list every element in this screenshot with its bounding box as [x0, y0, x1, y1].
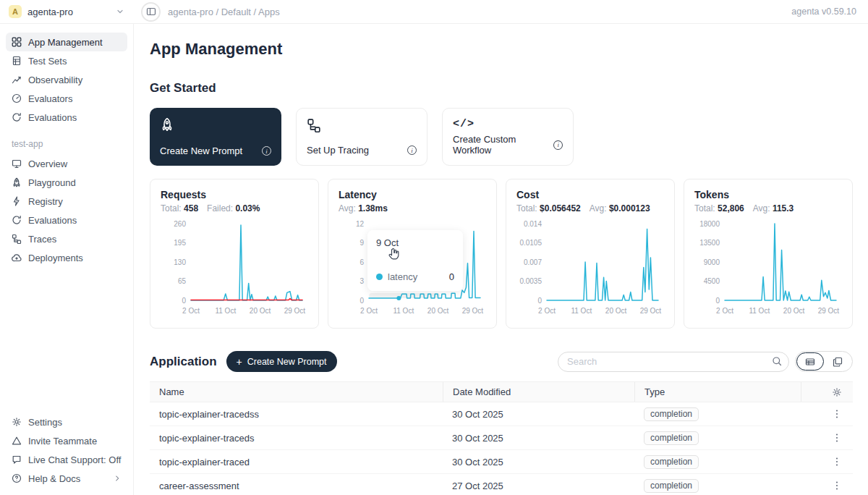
rocket-icon: [12, 177, 22, 187]
svg-text:29 Oct: 29 Oct: [818, 307, 840, 315]
chart-icon: [12, 75, 22, 85]
table-row[interactable]: topic-explainer-tracedss30 Oct 2025compl…: [150, 402, 853, 426]
svg-text:6: 6: [359, 258, 364, 266]
gauge-icon: [12, 93, 22, 103]
svg-text:12: 12: [356, 220, 365, 228]
sidebar-item-deployments[interactable]: Deployments: [6, 248, 127, 267]
row-menu-button[interactable]: [830, 479, 843, 492]
table-row[interactable]: topic-explainer-traceds30 Oct 2025comple…: [150, 426, 853, 450]
svg-text:0: 0: [715, 297, 720, 305]
app-date-modified: 27 Oct 2025: [443, 481, 634, 491]
svg-text:130: 130: [174, 258, 186, 266]
svg-text:65: 65: [178, 277, 187, 285]
chevron-down-icon: [115, 7, 125, 17]
tooltip-series: latency: [388, 271, 417, 282]
app-date-modified: 30 Oct 2025: [443, 457, 634, 468]
svg-text:0: 0: [537, 297, 542, 305]
sidebar-item-traces[interactable]: Traces: [6, 229, 127, 248]
app-name: topic-explainer-traced: [150, 457, 443, 468]
type-badge: completion: [644, 455, 699, 469]
app-name: career-assessment: [150, 481, 443, 491]
get-started-set-up-tracing[interactable]: Set Up Tracingi: [296, 108, 427, 166]
sidebar-project-nav: OverviewPlaygroundRegistryEvaluationsTra…: [6, 154, 127, 267]
table-view-button[interactable]: [796, 352, 824, 371]
svg-text:0.0035: 0.0035: [519, 277, 542, 285]
svg-text:4500: 4500: [704, 277, 720, 285]
sidebar-item-app-management[interactable]: App Management: [6, 33, 127, 51]
table-settings-button[interactable]: [830, 386, 843, 399]
svg-text:260: 260: [174, 220, 186, 228]
info-icon: i: [262, 146, 271, 156]
app-date-modified: 30 Oct 2025: [443, 409, 634, 420]
breadcrumb[interactable]: agenta-pro / Default / Apps: [168, 7, 280, 17]
table-row[interactable]: career-assessment27 Oct 2025completion: [150, 474, 853, 495]
create-new-prompt-button[interactable]: + Create New Prompt: [226, 351, 337, 372]
svg-text:9: 9: [359, 239, 364, 247]
card-view-button[interactable]: [824, 352, 851, 371]
table-view-icon: [805, 357, 815, 367]
svg-text:0: 0: [182, 297, 186, 305]
get-started-create-custom-workflow[interactable]: </>Create Custom Workflowi: [442, 108, 574, 166]
svg-text:18000: 18000: [699, 220, 720, 228]
cloud-icon: [12, 253, 22, 263]
search-input[interactable]: [558, 352, 789, 372]
column-header-name[interactable]: Name: [150, 382, 443, 402]
application-heading: Application: [150, 355, 217, 369]
svg-text:29 Oct: 29 Oct: [284, 307, 306, 315]
info-icon: i: [407, 145, 417, 155]
stat-card-tokens: TokensTotal: 52,806Avg: 115.304500900013…: [684, 179, 853, 329]
get-started-create-new-prompt[interactable]: Create New Prompti: [150, 108, 281, 166]
svg-text:195: 195: [174, 239, 186, 247]
search-box: [558, 352, 789, 372]
svg-text:9000: 9000: [704, 258, 720, 266]
column-header-date-modified[interactable]: Date Modified: [443, 382, 634, 402]
grid-icon: [12, 37, 22, 47]
sidebar-item-help-docs[interactable]: Help & Docs: [6, 469, 127, 488]
stat-card-title: Latency: [339, 189, 486, 200]
column-header-type[interactable]: Type: [634, 382, 801, 402]
sidebar-toggle-button[interactable]: [141, 2, 161, 22]
sidebar-item-test-sets[interactable]: Test Sets: [6, 51, 127, 70]
sidebar-item-overview[interactable]: Overview: [6, 154, 127, 173]
svg-text:20 Oct: 20 Oct: [605, 307, 627, 315]
sidebar-item-registry[interactable]: Registry: [6, 192, 127, 211]
chat-icon: [12, 454, 22, 465]
gear-icon: [12, 417, 22, 427]
type-badge: completion: [644, 479, 699, 493]
bolt-icon: [12, 196, 22, 206]
info-icon: i: [553, 140, 563, 150]
sidebar-item-evaluations[interactable]: Evaluations: [6, 211, 127, 229]
svg-text:11 Oct: 11 Oct: [749, 307, 770, 315]
tokens-chart: 04500900013500180002 Oct11 Oct20 Oct29 O…: [694, 219, 842, 319]
sidebar-item-evaluations[interactable]: Evaluations: [6, 108, 127, 127]
stat-card-title: Tokens: [694, 189, 842, 200]
table-body: topic-explainer-tracedss30 Oct 2025compl…: [150, 402, 853, 495]
sidebar-item-live-chat-support-off[interactable]: Live Chat Support: Off: [6, 450, 127, 469]
gear-icon: [832, 387, 842, 397]
svg-text:20 Oct: 20 Oct: [250, 307, 271, 315]
sidebar-item-settings[interactable]: Settings: [6, 412, 127, 431]
row-menu-button[interactable]: [830, 431, 843, 444]
app-date-modified: 30 Oct 2025: [443, 433, 634, 444]
sidebar-item-observability[interactable]: Observability: [6, 70, 127, 89]
main-content: App Management Get Started Create New Pr…: [134, 24, 868, 495]
sidebar-item-evaluators[interactable]: Evaluators: [6, 89, 127, 108]
workspace-selector[interactable]: A agenta-pro: [0, 5, 134, 18]
table-row[interactable]: topic-explainer-traced30 Oct 2025complet…: [150, 450, 853, 474]
svg-text:0.007: 0.007: [524, 258, 542, 266]
row-menu-button[interactable]: [830, 455, 843, 468]
workspace-name: agenta-pro: [27, 7, 73, 17]
get-started-heading: Get Started: [150, 81, 853, 96]
search-icon: [772, 356, 782, 366]
stat-card-title: Cost: [516, 189, 664, 200]
panel-left-icon: [146, 7, 156, 17]
invite-icon: [12, 436, 22, 446]
sidebar-item-invite-teammate[interactable]: Invite Teammate: [6, 431, 127, 450]
refresh-icon: [12, 112, 22, 122]
row-menu-button[interactable]: [830, 407, 843, 420]
svg-text:0: 0: [359, 297, 364, 305]
svg-text:3: 3: [359, 277, 364, 285]
svg-text:20 Oct: 20 Oct: [783, 307, 805, 315]
svg-text:2 Oct: 2 Oct: [360, 307, 378, 315]
sidebar-item-playground[interactable]: Playground: [6, 173, 127, 192]
